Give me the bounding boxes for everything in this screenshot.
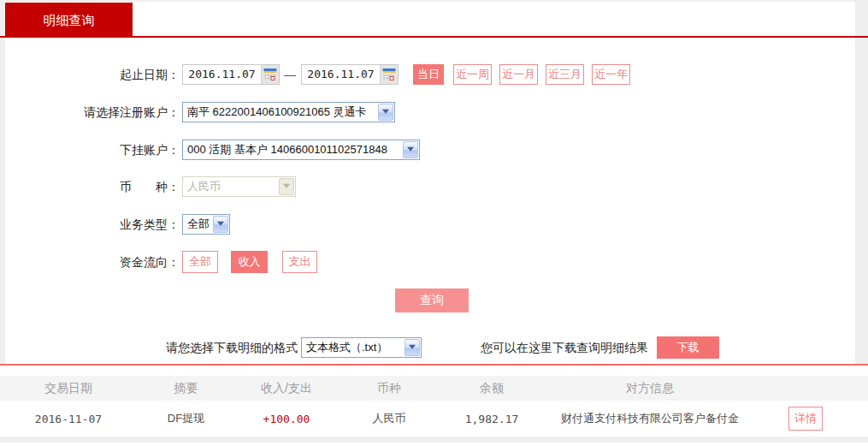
register-account-label: 请选择注册账户： <box>0 102 180 122</box>
sub-account-label: 下挂账户： <box>0 140 180 160</box>
end-date-calendar-icon[interactable] <box>380 65 398 84</box>
download-format-value: 文本格式（.txt） <box>302 340 404 355</box>
table-header-row: 交易日期 摘要 收入/支出 币种 余额 对方信息 <box>0 376 868 401</box>
tab-detail-query[interactable]: 明细查询 <box>5 3 133 38</box>
cell-action: 详情 <box>757 407 868 431</box>
chevron-down-icon <box>279 178 294 195</box>
start-date-calendar-icon[interactable] <box>261 65 279 84</box>
download-button[interactable]: 下载 <box>657 336 719 359</box>
direction-expense-button[interactable]: 支出 <box>282 251 317 273</box>
sub-account-select[interactable]: 000 活期 基本户 1406600101102571848 <box>182 140 420 160</box>
cell-balance: 1,982.17 <box>440 413 543 425</box>
direction-all-button[interactable]: 全部 <box>182 251 218 273</box>
business-type-select[interactable]: 全部 <box>182 214 230 235</box>
date-range-row: 起止日期： 2016.11.07 — 2016.11.07 <box>0 64 868 88</box>
table-row: 2016-11-07 DF提现 +100.00 人民币 1,982.17 财付通… <box>0 401 868 437</box>
quick-range-quarter-button[interactable]: 近三月 <box>546 64 584 85</box>
currency-row: 币 种： 人民币 <box>0 176 868 200</box>
header-date: 交易日期 <box>0 376 137 401</box>
query-row: 查询 <box>0 288 868 312</box>
quick-range-week-button[interactable]: 近一周 <box>453 64 492 85</box>
quick-range-today-button[interactable]: 当日 <box>413 64 444 85</box>
header-summary: 摘要 <box>137 376 235 401</box>
end-date-value[interactable]: 2016.11.07 <box>302 65 380 84</box>
chevron-down-icon[interactable] <box>404 339 420 356</box>
business-type-value: 全部 <box>183 217 212 232</box>
download-row: 请您选择下载明细的格式 文本格式（.txt） 您可以在这里下载查询明细结果 下载 <box>0 336 868 359</box>
download-format-select[interactable]: 文本格式（.txt） <box>301 337 422 358</box>
currency-select: 人民币 <box>182 176 296 197</box>
start-date-input[interactable]: 2016.11.07 <box>182 64 280 85</box>
detail-button[interactable]: 详情 <box>788 407 823 431</box>
download-hint-text: 您可以在这里下载查询明细结果 <box>481 336 648 359</box>
detail-query-page: 明细查询 起止日期： 2016.11.07 — 20 <box>0 0 868 446</box>
cell-date: 2016-11-07 <box>0 413 137 425</box>
cell-summary: DF提现 <box>137 411 235 426</box>
currency-label: 币 种： <box>0 176 180 197</box>
header-counterparty: 对方信息 <box>543 376 757 401</box>
cell-currency: 人民币 <box>338 411 440 426</box>
chevron-down-icon[interactable] <box>403 141 418 158</box>
start-date-value[interactable]: 2016.11.07 <box>183 65 261 84</box>
sub-account-row: 下挂账户： 000 活期 基本户 1406600101102571848 <box>0 140 868 164</box>
currency-value: 人民币 <box>183 179 278 194</box>
tab-underline <box>0 36 868 38</box>
business-type-row: 业务类型： 全部 <box>0 214 868 238</box>
header-balance: 余额 <box>440 376 543 401</box>
chevron-down-icon[interactable] <box>213 216 228 233</box>
fund-direction-row: 资金流向： 全部 收入 支出 <box>0 251 868 275</box>
business-type-label: 业务类型： <box>0 214 180 235</box>
query-button[interactable]: 查询 <box>395 288 469 312</box>
end-date-input[interactable]: 2016.11.07 <box>301 64 399 85</box>
fund-direction-label: 资金流向： <box>0 251 180 273</box>
quick-range-year-button[interactable]: 近一年 <box>592 64 630 85</box>
header-action <box>757 376 868 401</box>
row-separator <box>0 437 868 443</box>
register-account-row: 请选择注册账户： 南平 6222001406100921065 灵通卡 <box>0 102 868 126</box>
direction-income-button[interactable]: 收入 <box>231 251 268 273</box>
date-range-separator: — <box>282 64 298 85</box>
header-in-out: 收入/支出 <box>235 376 338 401</box>
quick-range-month-button[interactable]: 近一月 <box>499 64 538 85</box>
cell-in-out: +100.00 <box>235 413 338 425</box>
cell-action: 详情 <box>757 443 805 446</box>
download-format-label: 请您选择下载明细的格式 <box>0 336 298 359</box>
header-currency: 币种 <box>338 376 440 401</box>
cell-counterparty: 财付通支付科技有限公司客户备付金 <box>543 411 757 426</box>
register-account-select[interactable]: 南平 6222001406100921065 灵通卡 <box>182 102 395 122</box>
table-row-partial: 详情 <box>0 443 868 446</box>
chevron-down-icon[interactable] <box>378 104 393 121</box>
sub-account-value: 000 活期 基本户 1406600101102571848 <box>183 142 402 158</box>
date-range-label: 起止日期： <box>0 64 180 85</box>
register-account-value: 南平 6222001406100921065 灵通卡 <box>183 104 377 120</box>
